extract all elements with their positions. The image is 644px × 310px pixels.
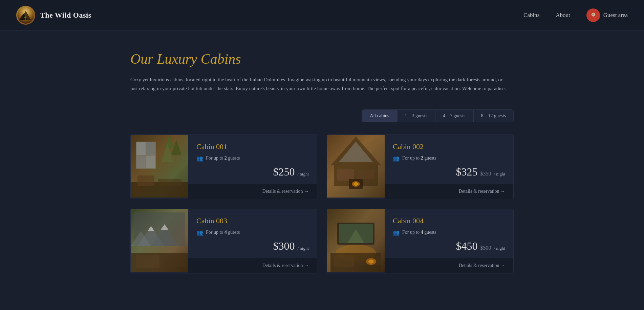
cabin-004-price: $450 $500 / night xyxy=(393,240,505,252)
cabin-002-price: $325 $350 / night xyxy=(393,166,505,178)
cabin-001-name: Cabin 001 xyxy=(196,142,309,151)
cabin-003-details-btn[interactable]: Details & reservation → xyxy=(262,263,309,268)
cabin-002-name: Cabin 002 xyxy=(393,142,505,151)
filter-8-12-guests[interactable]: 8 – 12 guests xyxy=(473,109,514,122)
navbar: The Wild Oasis Cabins About Guest area xyxy=(0,0,644,30)
cabin-001-guests: 👥 For up to 2 guests xyxy=(196,155,309,162)
cabin-002-price-current: $325 xyxy=(456,166,477,178)
nav-links: Cabins About Guest area xyxy=(523,8,628,22)
cabin-003-price-current: $300 xyxy=(273,240,295,252)
cabin-002-per-night: / night xyxy=(494,171,505,177)
cabin-001-info: Cabin 001 👥 For up to 2 guests $250 / ni… xyxy=(188,135,317,184)
page-description: Cozy yet luxurious cabins, located right… xyxy=(130,75,510,93)
guests-icon-003: 👥 xyxy=(196,229,203,236)
cabin-002-price-original: $350 xyxy=(480,171,491,177)
guests-icon: 👥 xyxy=(196,155,203,162)
cabin-004-guests: 👥 For up to 4 guests xyxy=(393,229,505,236)
cabins-grid: Cabin 001 👥 For up to 2 guests $250 / ni… xyxy=(130,135,514,273)
svg-point-9 xyxy=(592,14,593,14)
cabin-image-003 xyxy=(131,209,188,272)
guest-area-button[interactable]: Guest area xyxy=(586,8,628,22)
svg-point-8 xyxy=(592,13,594,16)
cabin-001-details-btn[interactable]: Details & reservation → xyxy=(262,189,309,194)
cabin-003-guests: 👥 For up to 4 guests xyxy=(196,229,309,236)
cabin-card-003: Cabin 003 👥 For up to 4 guests $300 / ni… xyxy=(130,209,317,273)
nav-link-cabins[interactable]: Cabins xyxy=(523,12,539,19)
cabin-004-name: Cabin 004 xyxy=(393,216,505,225)
filter-4-7-guests[interactable]: 4 – 7 guests xyxy=(435,109,473,122)
cabin-001-action: Details & reservation → xyxy=(188,184,317,199)
cabin-003-per-night: / night xyxy=(297,246,309,251)
guests-icon-002: 👥 xyxy=(393,155,400,162)
svg-rect-58 xyxy=(327,209,385,272)
filter-bar: All cabins 1 – 3 guests 4 – 7 guests 8 –… xyxy=(130,109,514,122)
nav-link-about[interactable]: About xyxy=(556,12,570,19)
cabin-004-details-btn[interactable]: Details & reservation → xyxy=(459,263,505,268)
svg-rect-35 xyxy=(327,135,385,198)
cabin-001-price: $250 / night xyxy=(196,166,309,178)
cabin-001-price-current: $250 xyxy=(273,166,295,178)
guest-area-label: Guest area xyxy=(603,12,628,19)
guests-icon-004: 👥 xyxy=(393,229,400,236)
cabin-004-per-night: / night xyxy=(494,246,505,251)
cabin-003-action: Details & reservation → xyxy=(188,258,317,273)
cabin-002-info: Cabin 002 👥 For up to 2 guests $325 $350… xyxy=(385,135,513,184)
cabin-002-action: Details & reservation → xyxy=(385,184,513,199)
cabin-002-guests: 👥 For up to 2 guests xyxy=(393,155,505,162)
user-avatar xyxy=(586,8,600,22)
filter-1-3-guests[interactable]: 1 – 3 guests xyxy=(397,109,435,122)
cabin-003-price: $300 / night xyxy=(196,240,309,252)
cabin-card-004: Cabin 004 👥 For up to 4 guests $450 $500… xyxy=(327,209,514,273)
brand-title: The Wild Oasis xyxy=(40,11,91,20)
cabin-card-001: Cabin 001 👥 For up to 2 guests $250 / ni… xyxy=(130,135,317,199)
brand-link[interactable]: The Wild Oasis xyxy=(16,6,91,25)
cabin-001-per-night: / night xyxy=(297,171,309,177)
cabin-004-price-original: $500 xyxy=(480,245,491,251)
brand-logo xyxy=(16,6,35,25)
cabin-004-price-current: $450 xyxy=(456,240,477,252)
cabin-004-info: Cabin 004 👥 For up to 4 guests $450 $500… xyxy=(385,209,513,258)
cabin-image-002 xyxy=(327,135,385,198)
cabin-002-details-btn[interactable]: Details & reservation → xyxy=(459,189,505,194)
cabin-003-name: Cabin 003 xyxy=(196,216,309,225)
cabin-card-002: Cabin 002 👥 For up to 2 guests $325 $350… xyxy=(327,135,514,199)
svg-rect-46 xyxy=(131,209,188,272)
main-content: Our Luxury Cabins Cozy yet luxurious cab… xyxy=(122,30,522,301)
filter-all-cabins[interactable]: All cabins xyxy=(362,109,397,122)
svg-rect-24 xyxy=(131,135,188,198)
cabin-image-004 xyxy=(327,209,385,272)
cabin-004-action: Details & reservation → xyxy=(385,258,513,273)
cabin-image-001 xyxy=(131,135,188,198)
svg-point-10 xyxy=(593,14,594,14)
cabin-003-info: Cabin 003 👥 For up to 4 guests $300 / ni… xyxy=(188,209,317,258)
page-title: Our Luxury Cabins xyxy=(130,51,514,67)
